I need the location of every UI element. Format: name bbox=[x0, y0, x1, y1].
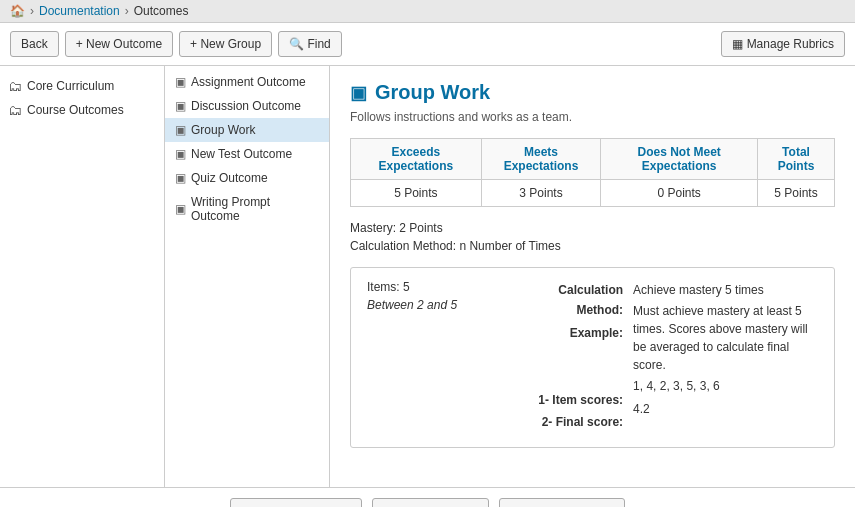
rubric-table: Exceeds Expectations Meets Expectations … bbox=[350, 138, 835, 207]
content-area: ▣ Group Work Follows instructions and wo… bbox=[330, 66, 855, 487]
calc-label-col: Calculation Method: Example: 1- Item sco… bbox=[517, 280, 623, 435]
edit-outcome-button[interactable]: Edit Outcome bbox=[372, 498, 489, 507]
outcome-item-quiz[interactable]: ▣ Quiz Outcome bbox=[165, 166, 329, 190]
calc-left: Items: 5 Between 2 and 5 bbox=[367, 280, 497, 435]
example-value: Must achieve mastery at least 5 times. S… bbox=[633, 302, 818, 374]
toolbar: Back + New Outcome + New Group 🔍 Find ▦ … bbox=[0, 23, 855, 66]
home-icon[interactable]: 🏠 bbox=[10, 4, 25, 18]
outcome-icon: ▣ bbox=[175, 99, 186, 113]
outcome-title-icon: ▣ bbox=[350, 82, 367, 104]
calc-value-col: Achieve mastery 5 times Must achieve mas… bbox=[633, 280, 818, 435]
content-subtitle: Follows instructions and works as a team… bbox=[350, 110, 835, 124]
sidebar-label: Core Curriculum bbox=[27, 79, 114, 93]
outcome-item-writing-prompt[interactable]: ▣ Writing Prompt Outcome bbox=[165, 190, 329, 228]
final-score-value: 4.2 bbox=[633, 399, 818, 419]
outcome-icon: ▣ bbox=[175, 75, 186, 89]
outcome-list: ▣ Assignment Outcome ▣ Discussion Outcom… bbox=[165, 66, 330, 487]
outcome-icon: ▣ bbox=[175, 171, 186, 185]
page-title: Group Work bbox=[375, 81, 490, 104]
between-label: Between 2 and 5 bbox=[367, 298, 497, 312]
manage-rubrics-button[interactable]: ▦ Manage Rubrics bbox=[721, 31, 845, 57]
cell-exceeds: 5 Points bbox=[351, 180, 482, 207]
col-meets: Meets Expectations bbox=[481, 139, 601, 180]
main-layout: 🗂 Core Curriculum 🗂 Course Outcomes ▣ As… bbox=[0, 66, 855, 487]
table-icon: ▦ bbox=[732, 37, 743, 51]
final-score-label: 2- Final score: bbox=[517, 412, 623, 432]
folder-icon: 🗂 bbox=[8, 78, 22, 94]
cell-does-not-meet: 0 Points bbox=[601, 180, 758, 207]
breadcrumb-documentation[interactable]: Documentation bbox=[39, 4, 120, 18]
item-scores-value: 1, 4, 2, 3, 5, 3, 6 bbox=[633, 376, 818, 396]
outcome-item-discussion[interactable]: ▣ Discussion Outcome bbox=[165, 94, 329, 118]
outcome-item-new-test[interactable]: ▣ New Test Outcome bbox=[165, 142, 329, 166]
delete-outcome-button[interactable]: Delete Outcome bbox=[230, 498, 362, 507]
mastery-label: Mastery: 2 Points bbox=[350, 221, 835, 235]
bottom-buttons: Delete Outcome Edit Outcome Move Outcome bbox=[0, 487, 855, 507]
new-group-button[interactable]: + New Group bbox=[179, 31, 272, 57]
method-label: Calculation Method: bbox=[517, 280, 623, 321]
outcome-item-group-work[interactable]: ▣ Group Work bbox=[165, 118, 329, 142]
item-scores-label: 1- Item scores: bbox=[517, 390, 623, 410]
outcome-icon: ▣ bbox=[175, 147, 186, 161]
cell-total: 5 Points bbox=[758, 180, 835, 207]
col-does-not-meet: Does Not Meet Expectations bbox=[601, 139, 758, 180]
outcome-item-assignment[interactable]: ▣ Assignment Outcome bbox=[165, 70, 329, 94]
sidebar-label: Course Outcomes bbox=[27, 103, 124, 117]
find-button[interactable]: 🔍 Find bbox=[278, 31, 342, 57]
col-exceeds: Exceeds Expectations bbox=[351, 139, 482, 180]
sidebar-item-core-curriculum[interactable]: 🗂 Core Curriculum bbox=[0, 74, 164, 98]
sidebar: 🗂 Core Curriculum 🗂 Course Outcomes bbox=[0, 66, 165, 487]
breadcrumb: 🏠 › Documentation › Outcomes bbox=[0, 0, 855, 23]
content-title: ▣ Group Work bbox=[350, 81, 835, 104]
back-button[interactable]: Back bbox=[10, 31, 59, 57]
example-label: Example: bbox=[517, 323, 623, 343]
breadcrumb-outcomes: Outcomes bbox=[134, 4, 189, 18]
move-outcome-button[interactable]: Move Outcome bbox=[499, 498, 625, 507]
outcome-icon: ▣ bbox=[175, 202, 186, 216]
col-total: Total Points bbox=[758, 139, 835, 180]
table-row: 5 Points 3 Points 0 Points 5 Points bbox=[351, 180, 835, 207]
cell-meets: 3 Points bbox=[481, 180, 601, 207]
outcome-icon: ▣ bbox=[175, 123, 186, 137]
calc-method-label: Calculation Method: n Number of Times bbox=[350, 239, 835, 253]
calc-right: Calculation Method: Example: 1- Item sco… bbox=[517, 280, 818, 435]
calc-box: Items: 5 Between 2 and 5 Calculation Met… bbox=[350, 267, 835, 448]
method-value: Achieve mastery 5 times bbox=[633, 280, 818, 300]
new-outcome-button[interactable]: + New Outcome bbox=[65, 31, 173, 57]
folder-icon: 🗂 bbox=[8, 102, 22, 118]
sidebar-item-course-outcomes[interactable]: 🗂 Course Outcomes bbox=[0, 98, 164, 122]
items-label: Items: 5 bbox=[367, 280, 497, 294]
